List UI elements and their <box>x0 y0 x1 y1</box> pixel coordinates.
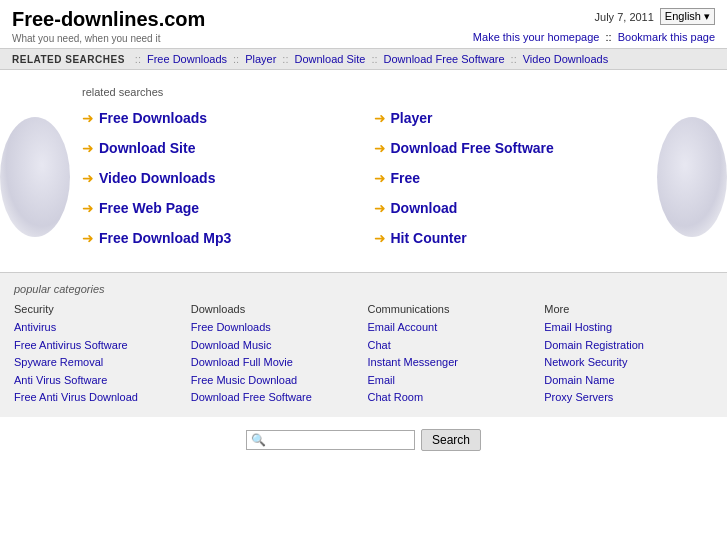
search-icon: 🔍 <box>251 433 266 447</box>
list-item: ➜ Hit Counter <box>374 228 646 248</box>
list-item: ➜ Free Download Mp3 <box>82 228 354 248</box>
link-player[interactable]: Player <box>391 110 433 126</box>
link-free-antivirus-software[interactable]: Free Antivirus Software <box>14 337 183 355</box>
link-email-hosting[interactable]: Email Hosting <box>544 319 713 337</box>
bottom-search: 🔍 Search <box>0 417 727 465</box>
link-email-account[interactable]: Email Account <box>368 319 537 337</box>
nav-label: RELATED SEARCHES <box>12 54 125 65</box>
popular-categories: popular categories Security Antivirus Fr… <box>0 272 727 417</box>
header-links: Make this your homepage :: Bookmark this… <box>473 31 715 43</box>
list-item: ➜ Player <box>374 108 646 128</box>
arrow-icon: ➜ <box>82 140 94 156</box>
search-input[interactable] <box>270 433 410 447</box>
nav-item-download-free-software[interactable]: Download Free Software <box>384 53 505 65</box>
list-item: ➜ Download <box>374 198 646 218</box>
link-free-downloads[interactable]: Free Downloads <box>99 110 207 126</box>
search-links-grid: ➜ Free Downloads ➜ Player ➜ Download Sit… <box>82 108 645 248</box>
nav-item-video-downloads[interactable]: Video Downloads <box>523 53 608 65</box>
category-col-downloads: Downloads Free Downloads Download Music … <box>191 303 360 407</box>
arrow-icon: ➜ <box>374 200 386 216</box>
category-header-more: More <box>544 303 713 315</box>
category-col-communications: Communications Email Account Chat Instan… <box>368 303 537 407</box>
nav-item-player[interactable]: Player <box>245 53 276 65</box>
link-email[interactable]: Email <box>368 372 537 390</box>
category-col-security: Security Antivirus Free Antivirus Softwa… <box>14 303 183 407</box>
categories-grid: Security Antivirus Free Antivirus Softwa… <box>14 303 713 407</box>
arrow-icon: ➜ <box>82 110 94 126</box>
link-instant-messenger[interactable]: Instant Messenger <box>368 354 537 372</box>
link-download-music[interactable]: Download Music <box>191 337 360 355</box>
link-proxy-servers[interactable]: Proxy Servers <box>544 389 713 407</box>
link-cat-free-downloads[interactable]: Free Downloads <box>191 319 360 337</box>
link-chat-room[interactable]: Chat Room <box>368 389 537 407</box>
list-item: ➜ Download Free Software <box>374 138 646 158</box>
category-header-security: Security <box>14 303 183 315</box>
arrow-icon: ➜ <box>82 200 94 216</box>
header: Free-downlines.com What you need, when y… <box>0 0 727 48</box>
category-header-communications: Communications <box>368 303 537 315</box>
right-decoration <box>657 78 727 256</box>
homepage-link[interactable]: Make this your homepage <box>473 31 600 43</box>
left-decoration <box>0 78 70 256</box>
categories-title: popular categories <box>14 283 713 295</box>
list-item: ➜ Free <box>374 168 646 188</box>
link-spyware-removal[interactable]: Spyware Removal <box>14 354 183 372</box>
link-domain-registration[interactable]: Domain Registration <box>544 337 713 355</box>
link-free-web-page[interactable]: Free Web Page <box>99 200 199 216</box>
link-download-free-software[interactable]: Download Free Software <box>391 140 554 156</box>
arrow-icon: ➜ <box>374 140 386 156</box>
header-right: July 7, 2011 English ▾ Make this your ho… <box>473 8 715 43</box>
header-date: July 7, 2011 <box>595 11 654 23</box>
bookmark-link[interactable]: Bookmark this page <box>618 31 715 43</box>
link-download[interactable]: Download <box>391 200 458 216</box>
link-download-free-software-cat[interactable]: Download Free Software <box>191 389 360 407</box>
list-item: ➜ Free Web Page <box>82 198 354 218</box>
main-content: related searches ➜ Free Downloads ➜ Play… <box>0 70 727 264</box>
arrow-icon: ➜ <box>374 230 386 246</box>
link-download-full-movie[interactable]: Download Full Movie <box>191 354 360 372</box>
right-circle-shape <box>657 117 727 237</box>
site-tagline: What you need, when you need it <box>12 33 205 44</box>
arrow-icon: ➜ <box>82 170 94 186</box>
link-free-music-download[interactable]: Free Music Download <box>191 372 360 390</box>
arrow-icon: ➜ <box>374 170 386 186</box>
link-hit-counter[interactable]: Hit Counter <box>391 230 467 246</box>
related-searches-title: related searches <box>82 86 645 98</box>
arrow-icon: ➜ <box>82 230 94 246</box>
site-title: Free-downlines.com <box>12 8 205 31</box>
link-free[interactable]: Free <box>391 170 421 186</box>
link-chat[interactable]: Chat <box>368 337 537 355</box>
link-free-download-mp3[interactable]: Free Download Mp3 <box>99 230 231 246</box>
category-header-downloads: Downloads <box>191 303 360 315</box>
language-selector[interactable]: English ▾ <box>660 8 715 25</box>
nav-bar: RELATED SEARCHES :: Free Downloads :: Pl… <box>0 48 727 70</box>
search-input-wrapper: 🔍 <box>246 430 415 450</box>
link-domain-name[interactable]: Domain Name <box>544 372 713 390</box>
nav-item-free-downloads[interactable]: Free Downloads <box>147 53 227 65</box>
list-item: ➜ Free Downloads <box>82 108 354 128</box>
link-download-site[interactable]: Download Site <box>99 140 195 156</box>
category-col-more: More Email Hosting Domain Registration N… <box>544 303 713 407</box>
arrow-icon: ➜ <box>374 110 386 126</box>
nav-item-download-site[interactable]: Download Site <box>294 53 365 65</box>
link-antivirus[interactable]: Antivirus <box>14 319 183 337</box>
header-left: Free-downlines.com What you need, when y… <box>12 8 205 44</box>
search-button[interactable]: Search <box>421 429 481 451</box>
list-item: ➜ Video Downloads <box>82 168 354 188</box>
left-circle-shape <box>0 117 70 237</box>
list-item: ➜ Download Site <box>82 138 354 158</box>
link-network-security[interactable]: Network Security <box>544 354 713 372</box>
link-free-anti-virus-download[interactable]: Free Anti Virus Download <box>14 389 183 407</box>
link-anti-virus-software[interactable]: Anti Virus Software <box>14 372 183 390</box>
link-video-downloads[interactable]: Video Downloads <box>99 170 215 186</box>
related-searches-box: related searches ➜ Free Downloads ➜ Play… <box>70 78 657 256</box>
